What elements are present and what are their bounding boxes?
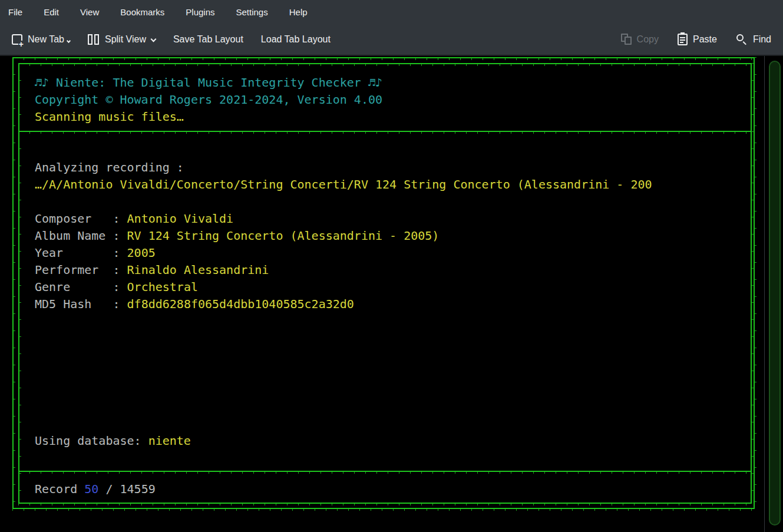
inner-box-bottom-border	[18, 503, 752, 504]
save-tab-layout-button[interactable]: Save Tab Layout	[173, 34, 243, 45]
meta-row-composer: Composer : Antonio Vivaldi	[35, 210, 749, 227]
chevron-down-icon	[150, 37, 156, 42]
database-line: Using database: niente	[35, 432, 749, 450]
meta-row-performer: Performer : Rinaldo Alessandrini	[35, 262, 749, 279]
split-view-label: Split View	[105, 34, 146, 45]
meta-row-year: Year : 2005	[35, 244, 749, 262]
meta-row-album: Album Name : RV 124 String Concerto (Ale…	[35, 227, 749, 244]
scrollbar-thumb[interactable]	[769, 61, 781, 526]
recording-path-line: …/A/Antonio Vivaldi/Concerto/String Conc…	[35, 176, 749, 193]
main-section: Analyzing recording : …/A/Antonio Vivald…	[19, 133, 749, 471]
new-tab-button[interactable]: + New Tab	[12, 34, 70, 45]
copy-label: Copy	[637, 34, 659, 45]
record-total: 14559	[120, 482, 156, 496]
menu-settings[interactable]: Settings	[236, 7, 268, 17]
analyzing-label-line: Analyzing recording :	[35, 159, 749, 176]
copyright-line: Copyright © Howard Rogers 2021-2024, Ver…	[35, 91, 749, 108]
app-title-line: ♬♪ Niente: The Digital Music Integrity C…	[35, 74, 749, 91]
menu-edit[interactable]: Edit	[44, 7, 59, 17]
new-tab-icon: +	[12, 34, 22, 45]
outer-box-top-border	[12, 57, 755, 58]
chevron-down-icon	[67, 38, 71, 42]
paste-button[interactable]: Paste	[678, 34, 717, 45]
load-tab-layout-button[interactable]: Load Tab Layout	[261, 34, 331, 45]
save-tab-layout-label: Save Tab Layout	[173, 34, 243, 45]
outer-box-right-border	[754, 57, 755, 509]
blank-line	[35, 193, 749, 210]
terminal-display[interactable]: ♬♪ Niente: The Digital Music Integrity C…	[0, 56, 783, 532]
find-button[interactable]: Find	[736, 34, 771, 45]
load-tab-layout-label: Load Tab Layout	[261, 34, 331, 45]
paste-label: Paste	[693, 34, 717, 45]
menu-plugins[interactable]: Plugins	[186, 7, 214, 17]
konsole-window: File Edit View Bookmarks Plugins Setting…	[0, 0, 783, 532]
status-section: Record 50 / 14559	[19, 473, 749, 503]
menu-bar: File Edit View Bookmarks Plugins Setting…	[0, 0, 783, 24]
scan-status-line: Scanning music files…	[35, 108, 749, 125]
search-icon	[736, 34, 748, 45]
split-view-icon	[88, 34, 100, 45]
menu-bookmarks[interactable]: Bookmarks	[120, 7, 164, 17]
split-view-button[interactable]: Split View	[88, 34, 156, 45]
plus-glyph: +	[18, 41, 24, 48]
record-current: 50	[84, 482, 98, 496]
header-divider	[18, 131, 752, 132]
menu-help[interactable]: Help	[289, 7, 308, 17]
copy-button[interactable]: Copy	[621, 34, 659, 45]
status-divider	[18, 471, 752, 472]
new-tab-label: New Tab	[28, 34, 64, 45]
find-label: Find	[753, 34, 771, 45]
scrollbar-track-separator	[764, 56, 765, 532]
menu-view[interactable]: View	[80, 7, 99, 17]
copy-icon	[621, 34, 632, 45]
meta-row-md5: MD5 Hash : df8dd6288f065d4dbb1040585c2a3…	[35, 296, 749, 313]
toolbar: + New Tab Split View Save Tab Layout Loa…	[0, 24, 783, 56]
record-counter-line: Record 50 / 14559	[35, 481, 749, 498]
outer-box-left-border	[12, 57, 14, 509]
meta-row-genre: Genre : Orchestral	[35, 279, 749, 296]
paste-icon	[678, 34, 688, 45]
outer-box-bottom-border	[12, 508, 755, 509]
header-section: ♬♪ Niente: The Digital Music Integrity C…	[19, 64, 749, 130]
menu-file[interactable]: File	[8, 7, 22, 17]
inner-box-right-border	[751, 63, 752, 504]
